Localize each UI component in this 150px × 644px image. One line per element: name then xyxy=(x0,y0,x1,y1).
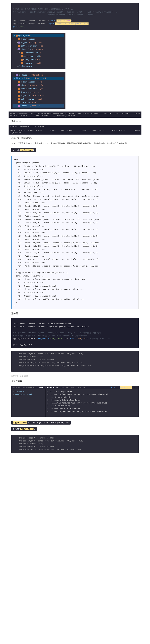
ide-variables-tree[interactable]: › > 特殊变量 › model_pretrained xyxy=(12,389,46,416)
tree-key: weight xyxy=(21,104,28,108)
chevron-icon[interactable]: ∨ xyxy=(16,65,18,68)
chevron-icon[interactable]: › xyxy=(12,390,14,393)
field-icon xyxy=(18,102,20,104)
field-icon xyxy=(21,52,23,54)
output-final: (2): Dropout(p=0.5, inplace=False) (3): … xyxy=(12,435,138,453)
tree-row[interactable]: dump_patches = { xyxy=(12,58,64,61)
code-line: print(vgg16_true) xyxy=(13,344,32,346)
tree-row[interactable]: >T_destination = {Typ xyxy=(12,80,64,84)
console-line: (1): ReLU(inplace=True) xyxy=(46,396,138,399)
comment: # train_data = torchvision.datasets.Imag… xyxy=(13,11,118,16)
tree-value: = {b xyxy=(34,90,38,94)
tab-model-pretrained[interactable]: model_pretrained.py xyxy=(39,386,58,388)
chevron-icon[interactable]: > xyxy=(19,51,21,54)
field-icon xyxy=(21,55,23,57)
tree-row[interactable]: >bias = {Parameter: (4 xyxy=(12,84,64,87)
chevron-icon[interactable]: ∨ xyxy=(16,48,18,51)
tree-row[interactable]: training = {bool} xyxy=(12,61,64,65)
tree-row[interactable]: in_features = {int} 25 xyxy=(12,94,64,97)
field-icon xyxy=(18,45,20,47)
tree-row[interactable]: >weight = {Paramete xyxy=(12,104,64,108)
tree-key: bias xyxy=(21,84,25,87)
field-icon xyxy=(16,77,18,79)
code-pill-print-false: print(vgg16_false) xyxy=(12,427,37,431)
tab-main[interactable]: main.py xyxy=(12,386,20,388)
tree-row[interactable]: dump_patches = {b xyxy=(12,90,64,94)
field-icon xyxy=(21,62,23,64)
tree-key: out_features xyxy=(21,98,34,100)
tree-row[interactable]: ∨classifier = {Sequent xyxy=(12,48,64,51)
tree-key: call_super_init xyxy=(21,87,38,90)
ide-window: main.py MNRVKXCFL.py model_pretrained.py… xyxy=(12,386,138,416)
field-icon xyxy=(18,81,20,83)
code-line: vgg16_true = torchvision.models.vgg16(we… xyxy=(13,22,90,25)
code-line: print('ok') xyxy=(13,26,25,28)
field-icon xyxy=(18,105,20,107)
tree-key: vgg16_true xyxy=(18,34,29,37)
tree-key: call_super_init xyxy=(23,54,40,58)
comment: # 现在 vgg 16 能区分出 1000 个类别，CIFAR 10 中，只对归… xyxy=(13,334,88,337)
debug-tree-modules: _modules = {OrderedDict∨'0' = {Linear} L… xyxy=(12,72,66,109)
heading-add-layer: 添加层： xyxy=(12,312,138,315)
tree-row[interactable]: out_features = {int} xyxy=(12,97,64,101)
chevron-icon[interactable]: > xyxy=(16,38,18,40)
tree-row[interactable]: call_super_init = xyxy=(12,54,64,58)
chevron-icon[interactable]: ∨ xyxy=(14,34,16,37)
tree-value: = { xyxy=(35,38,38,40)
tree-value: = {int} xyxy=(34,98,42,100)
chevron-icon[interactable] xyxy=(16,94,18,97)
chevron-icon[interactable] xyxy=(16,90,18,94)
chevron-icon[interactable]: > xyxy=(16,41,18,44)
tree-key: '0' xyxy=(18,77,22,80)
vgg-model-output: VGG( (features): Sequential( (0): Conv2d… xyxy=(12,156,138,310)
chevron-icon[interactable]: › xyxy=(12,393,14,396)
tree-value: = {bool} Tru xyxy=(30,101,43,104)
chevron-icon[interactable] xyxy=(16,87,18,90)
tree-key: _modules xyxy=(18,74,27,76)
tree-value: = { xyxy=(37,58,40,61)
tree-value: = { xyxy=(29,34,32,37)
comment: # 太过于大，因为这个数据集也占空间和其它系统的太大了，100 多 G。 xyxy=(13,8,74,10)
chevron-icon[interactable] xyxy=(14,74,16,76)
comment: # vgg16_true.add_module('add_linear', nn… xyxy=(13,332,100,334)
code-line: vgg16_true = torchvision.models.vgg16(we… xyxy=(13,326,89,328)
tree-row[interactable]: >avgpool = {AdaptiveA xyxy=(12,41,64,44)
tree-row[interactable]: call_super_init = {bo xyxy=(12,87,64,90)
tree-value: = { xyxy=(38,51,41,54)
chevron-icon[interactable] xyxy=(16,101,18,104)
field-icon xyxy=(16,34,18,36)
chevron-icon[interactable] xyxy=(19,54,21,58)
chevron-icon[interactable]: ∨ xyxy=(14,77,16,80)
tab-mnrvk[interactable]: MNRVKXCFL.py xyxy=(23,386,36,388)
tree-row[interactable]: _modules = {OrderedDict xyxy=(12,73,64,77)
console-line: (4): ReLU(inplace=True) xyxy=(46,404,138,407)
chevron-icon[interactable]: > xyxy=(16,104,18,108)
output-add-linear: (3): Linear(in_features=4096, out_featur… xyxy=(12,351,138,372)
tree-row[interactable]: >T_destination = { xyxy=(12,51,64,54)
tree-row[interactable]: ∨'0' = {Linear} Linear(in_f xyxy=(12,77,64,80)
code-add-module: vgg16_false = torchvision.models.vgg16(w… xyxy=(12,318,138,348)
chevron-icon[interactable]: > xyxy=(16,84,18,87)
tree-value: = {OrderedDict xyxy=(27,74,43,76)
tree-row[interactable]: call_super_init = {bo xyxy=(12,44,64,48)
tree-row[interactable]: >T_destination = { xyxy=(12,37,64,41)
tab-nn-functional[interactable]: NN.FUNCTIONAL.CONV2D.py xyxy=(62,386,85,388)
tree-row[interactable]: ∨① 受保护的特性 xyxy=(12,65,64,68)
tree-row[interactable]: ∨vgg16_true = { xyxy=(12,34,64,37)
console-line: (0): Linear(in_features=25088, out_featu… xyxy=(46,393,138,396)
tree-value: = {Paramete xyxy=(28,104,40,108)
chevron-icon[interactable] xyxy=(16,44,18,48)
tree-value: = {Sequent xyxy=(32,48,43,51)
tree-key: dump_patches xyxy=(23,58,37,61)
ide-tab-bar[interactable]: main.py MNRVKXCFL.py model_pretrained.py… xyxy=(12,386,138,389)
chevron-icon[interactable] xyxy=(19,58,21,61)
code-pill-modify: vgg16_falseclassifier[6] = nn.Linear(409… xyxy=(12,420,70,424)
tree-row[interactable]: training = {bool} Tru xyxy=(12,101,64,104)
tensor-weight-2: tensor([[-0.0156, -0.0096, 0.0082, ..., … xyxy=(8,128,142,135)
tree-key: dump_patches xyxy=(21,90,34,94)
tree-key: call_super_init xyxy=(21,44,38,48)
chevron-icon[interactable] xyxy=(16,98,18,100)
chevron-icon[interactable]: > xyxy=(16,80,18,84)
chevron-icon[interactable] xyxy=(19,62,21,64)
console-line: (6): Linear(in_features=4096, out_featur… xyxy=(46,410,138,413)
